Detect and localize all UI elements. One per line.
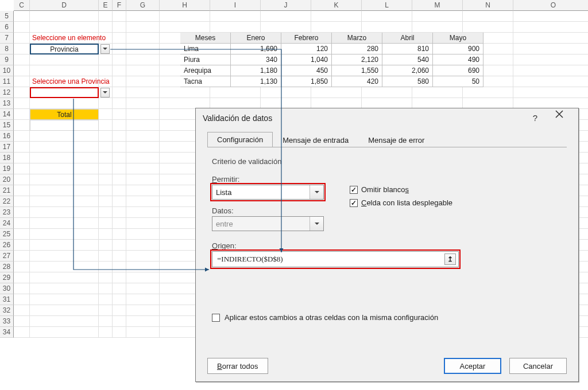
permitir-combo[interactable]: Lista <box>212 185 324 200</box>
table-cell[interactable]: 540 <box>382 54 433 65</box>
col-header-G[interactable]: G <box>126 0 160 11</box>
table-cell[interactable]: 900 <box>433 44 483 54</box>
row-header-18[interactable]: 18 <box>0 153 14 163</box>
table-cell[interactable]: 280 <box>332 44 382 54</box>
col-header-F[interactable]: F <box>113 0 126 11</box>
row-header-11[interactable]: 11 <box>0 76 14 87</box>
row-header-12[interactable]: 12 <box>0 87 14 98</box>
table-row-name[interactable]: Tacna <box>180 76 231 87</box>
cancelar-button[interactable]: Cancelar <box>509 358 567 374</box>
origen-label: Origen: <box>212 241 562 250</box>
origen-value: =INDIRECTO($D$8) <box>217 255 444 264</box>
col-header-H[interactable]: H <box>160 0 210 11</box>
row-header-31[interactable]: 31 <box>0 294 14 305</box>
table-header[interactable]: Meses <box>180 33 231 44</box>
row-header-10[interactable]: 10 <box>0 65 14 76</box>
col-header-E[interactable]: E <box>99 0 113 11</box>
col-header-J[interactable]: J <box>261 0 311 11</box>
row-header-16[interactable]: 16 <box>0 131 14 142</box>
checkbox-icon <box>212 314 220 322</box>
dropdown-button-provincia[interactable] <box>100 44 110 54</box>
table-cell[interactable]: 1,850 <box>281 76 332 87</box>
table-cell[interactable]: 1,180 <box>231 65 281 76</box>
datos-combo: entre <box>212 216 324 231</box>
row-header-24[interactable]: 24 <box>0 218 14 229</box>
row-header-20[interactable]: 20 <box>0 174 14 185</box>
row-header-33[interactable]: 33 <box>0 316 14 327</box>
table-cell[interactable]: 50 <box>433 76 483 87</box>
table-cell[interactable]: 690 <box>433 65 483 76</box>
row-header-22[interactable]: 22 <box>0 196 14 207</box>
table-row-name[interactable]: Arequipa <box>180 65 231 76</box>
table-cell[interactable]: 580 <box>382 76 433 87</box>
aceptar-button[interactable]: Aceptar <box>444 358 501 374</box>
dropdown-button-value[interactable] <box>100 88 110 98</box>
row-header-14[interactable]: 14 <box>0 109 14 120</box>
dialog-title: Validación de datos <box>203 108 272 128</box>
col-header-N[interactable]: N <box>463 0 513 11</box>
row-header-13[interactable]: 13 <box>0 98 14 109</box>
col-header-K[interactable]: K <box>311 0 362 11</box>
row-header-34[interactable]: 34 <box>0 327 14 338</box>
table-cell[interactable]: 120 <box>281 44 332 54</box>
table-header[interactable]: Mayo <box>433 33 483 44</box>
permitir-label: Permitir: <box>212 175 332 184</box>
col-header-D[interactable]: D <box>30 0 99 11</box>
row-header-6[interactable]: 6 <box>0 22 14 33</box>
omitir-blancos-check[interactable]: Omitir blancos <box>350 185 452 194</box>
row-header-21[interactable]: 21 <box>0 185 14 196</box>
tab-mensaje-error[interactable]: Mensaje de error <box>358 132 434 148</box>
range-selector-icon[interactable] <box>444 253 456 265</box>
help-button[interactable]: ? <box>523 110 547 126</box>
col-header-O[interactable]: O <box>513 0 588 11</box>
row-header-29[interactable]: 29 <box>0 272 14 283</box>
table-cell[interactable]: 420 <box>332 76 382 87</box>
col-header-L[interactable]: L <box>362 0 412 11</box>
tab-configuracion[interactable]: Configuración <box>207 132 273 147</box>
celda-lista-check[interactable]: Celda con lista desplegable <box>350 198 452 207</box>
row-header-17[interactable]: 17 <box>0 142 14 153</box>
origen-input[interactable]: =INDIRECTO($D$8) <box>212 251 459 267</box>
cell-provincia-value-target[interactable] <box>30 87 99 98</box>
table-cell[interactable]: 810 <box>382 44 433 54</box>
note-select-provincia: Seleccione una Provincia <box>30 76 145 87</box>
table-cell[interactable]: 2,060 <box>382 65 433 76</box>
table-row-name[interactable]: Lima <box>180 44 231 54</box>
row-header-28[interactable]: 28 <box>0 262 14 272</box>
row-header-23[interactable]: 23 <box>0 207 14 218</box>
data-validation-dialog: Validación de datos ? Configuración Mens… <box>195 108 579 382</box>
borrar-todos-button[interactable]: Borrar todos <box>207 358 268 374</box>
col-header-M[interactable]: M <box>412 0 463 11</box>
col-header-I[interactable]: I <box>210 0 261 11</box>
row-header-5[interactable]: 5 <box>0 11 14 22</box>
table-cell[interactable]: 1,130 <box>231 76 281 87</box>
table-cell[interactable]: 340 <box>231 54 281 65</box>
row-header-27[interactable]: 27 <box>0 251 14 262</box>
table-cell[interactable]: 1,690 <box>231 44 281 54</box>
row-header-25[interactable]: 25 <box>0 229 14 240</box>
table-header[interactable]: Enero <box>231 33 281 44</box>
row-header-32[interactable]: 32 <box>0 305 14 316</box>
apply-same-cells-check[interactable]: Aplicar estos cambios a otras celdas con… <box>212 313 562 322</box>
table-cell[interactable]: 1,550 <box>332 65 382 76</box>
note-select-element: Seleccione un elemento <box>30 33 133 44</box>
row-header-8[interactable]: 8 <box>0 44 14 54</box>
row-header-19[interactable]: 19 <box>0 163 14 174</box>
table-row-name[interactable]: Piura <box>180 54 231 65</box>
row-header-9[interactable]: 9 <box>0 54 14 65</box>
table-cell[interactable]: 2,120 <box>332 54 382 65</box>
row-header-7[interactable]: 7 <box>0 33 14 44</box>
table-header[interactable]: Febrero <box>281 33 332 44</box>
tab-mensaje-entrada[interactable]: Mensaje de entrada <box>273 132 358 148</box>
table-header[interactable]: Abril <box>382 33 433 44</box>
close-button[interactable] <box>547 110 571 126</box>
row-header-15[interactable]: 15 <box>0 120 14 131</box>
row-header-30[interactable]: 30 <box>0 283 14 294</box>
table-cell[interactable]: 1,040 <box>281 54 332 65</box>
col-header-C[interactable]: C <box>14 0 30 11</box>
table-cell[interactable]: 490 <box>433 54 483 65</box>
row-header-26[interactable]: 26 <box>0 240 14 251</box>
cell-provincia-dropdown[interactable]: Provincia <box>30 44 99 54</box>
table-header[interactable]: Marzo <box>332 33 382 44</box>
table-cell[interactable]: 450 <box>281 65 332 76</box>
